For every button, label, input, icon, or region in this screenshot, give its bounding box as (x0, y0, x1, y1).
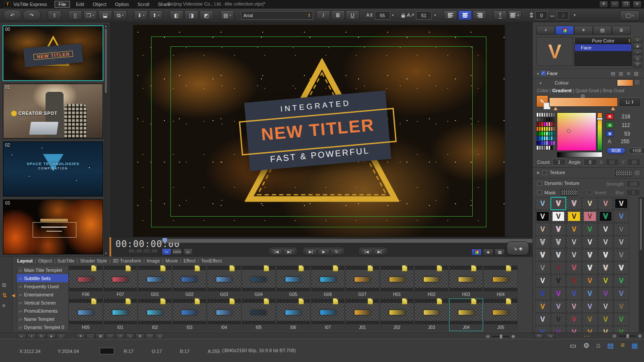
kerning-field[interactable]: 51 (416, 11, 431, 20)
style-preset[interactable]: V (582, 275, 598, 287)
clapper-save-button[interactable]: ◩ (200, 10, 213, 20)
template-item-h05[interactable]: H05 (69, 299, 103, 331)
colour-swatch[interactable] (617, 79, 633, 86)
menu-scroll[interactable]: Scroll (133, 1, 154, 8)
footer-action-2-button[interactable]: — (86, 333, 95, 339)
prev-frame-button[interactable]: |◀ (361, 248, 373, 255)
style-preset[interactable]: V (598, 197, 614, 210)
footer-tool-3-button[interactable]: ⇅ (37, 333, 46, 339)
align-center-button[interactable] (458, 10, 472, 20)
text-orientation-button[interactable]: T (493, 10, 507, 20)
palette-swatch[interactable] (553, 127, 556, 131)
template-item-g04[interactable]: G04 (242, 265, 276, 298)
style-preset[interactable]: V (551, 249, 566, 261)
new-document-button[interactable]: ▯ (68, 10, 82, 20)
face-tool-icon-1[interactable]: ▤ (611, 71, 615, 76)
color-style-tab[interactable] (555, 26, 574, 35)
publish-button[interactable]: ⇧ (48, 10, 61, 20)
style-preset[interactable]: V (551, 223, 566, 235)
template-item-h01[interactable]: H01 (380, 265, 414, 298)
style-preset[interactable]: V (535, 210, 550, 223)
minimize-icon[interactable]: — (611, 1, 619, 8)
line-format-button[interactable]: ▼ (508, 10, 522, 20)
template-item-h04[interactable]: H04 (483, 265, 518, 298)
style-preset[interactable]: V (582, 287, 598, 300)
eyedropper-icon[interactable]: ✎ (536, 95, 548, 107)
category-vertical-screen[interactable]: ▱Vertical Screen (17, 299, 68, 307)
template-item-g06[interactable]: G06 (311, 265, 345, 298)
style-preset[interactable]: V (582, 210, 598, 223)
menu-option[interactable]: Option (111, 1, 133, 8)
style-preset[interactable]: V (598, 210, 614, 223)
style-preset[interactable]: V (550, 197, 567, 210)
template-item-h03[interactable]: H03 (449, 265, 483, 298)
collapse-panel-icon[interactable]: ◀ (12, 293, 15, 298)
transform-mode-button[interactable]: ↘◈ (507, 241, 529, 255)
preset-tool-1-button[interactable]: ⇱ (535, 333, 544, 339)
style-preset[interactable]: V (566, 262, 582, 274)
count-field[interactable]: 1 (552, 159, 566, 166)
spacing-dropdown-icon[interactable]: ▼ (573, 13, 576, 17)
font-family-select[interactable]: Arial ▲▼ (241, 11, 313, 20)
style-preset[interactable]: V (535, 249, 550, 261)
close-icon[interactable]: ✕ (633, 1, 641, 8)
jump-start-button[interactable]: |◀ (270, 248, 283, 255)
footer-tool-2-button[interactable]: ▾ (27, 333, 36, 339)
grad-tab-color[interactable]: Color (537, 88, 548, 93)
palette-swatch[interactable] (553, 131, 556, 136)
style-preset[interactable]: V (598, 249, 614, 261)
preset-scrollbar[interactable] (639, 197, 644, 332)
category-dynamic-templet-0[interactable]: ▱Dynamic Templet 0 (17, 323, 68, 331)
style-preset[interactable]: V (566, 287, 582, 300)
category-frequently-used[interactable]: ▱Frequently Used (17, 282, 68, 290)
zoom-out-icon[interactable]: ⊖ (613, 333, 617, 339)
template-item-j05[interactable]: J05 (483, 299, 518, 331)
category-subtitle-sets[interactable]: ▱Subtitle Sets (17, 274, 68, 282)
style-preset[interactable]: V (598, 236, 614, 248)
template-item-g02[interactable]: G02 (173, 265, 207, 298)
template-item-i07[interactable]: I07 (311, 299, 345, 331)
style-preset[interactable]: V (614, 236, 629, 248)
style-preset[interactable]: V (535, 236, 550, 248)
restore-icon[interactable]: ❐ (622, 1, 630, 8)
jump-end-button[interactable]: ▶| (283, 248, 295, 255)
wrench-icon[interactable]: ⚙ (583, 341, 589, 350)
gradient-bar[interactable] (549, 97, 618, 107)
hsb-mode-button[interactable]: HSB (628, 148, 644, 154)
footer-tool-1-button[interactable]: ▸ (17, 333, 26, 339)
style-preset[interactable]: V (566, 249, 582, 261)
template-item-f06[interactable]: F06 (69, 265, 103, 298)
style-preset[interactable]: V (614, 262, 629, 274)
import-button[interactable]: ⬇▾ (134, 10, 148, 20)
x-field[interactable]: 62 (605, 159, 619, 166)
template-item-f07[interactable]: F07 (103, 265, 138, 298)
undo-button[interactable]: ↶ (3, 10, 21, 21)
style-preset[interactable]: V (551, 300, 566, 313)
color-swatch-palette[interactable] (536, 112, 555, 150)
colour-section-header[interactable]: ▼ Colour (539, 80, 568, 85)
style-preset[interactable]: V (614, 210, 629, 223)
template-item-j04[interactable]: J04 (449, 299, 483, 331)
face-tool-icon-4[interactable]: ▧ (634, 71, 638, 76)
gradient-type-select[interactable]: Li ▲▼ (619, 97, 641, 107)
style-preset[interactable]: V (551, 275, 566, 287)
style-preset[interactable]: V (582, 197, 598, 210)
style-preset[interactable]: V (614, 300, 629, 313)
style-preset[interactable]: V (614, 313, 629, 326)
collapse-face-icon[interactable]: ▼ (536, 72, 540, 76)
category-entertainment[interactable]: ▱Entertainment (17, 290, 68, 299)
face-section-header[interactable]: ▼ Face (536, 71, 558, 76)
gradient-mid-handle[interactable] (581, 94, 585, 98)
slide-thumbnail-00[interactable]: 00·····NEW TITLER····· (3, 26, 103, 81)
style-preset[interactable]: V (535, 300, 550, 313)
texture-swatch[interactable] (615, 170, 632, 176)
style-preset[interactable]: V (566, 197, 582, 210)
grayscale-slider[interactable] (557, 152, 602, 157)
save-all-button[interactable]: ⧉▾ (113, 10, 127, 20)
template-item-i06[interactable]: I06 (276, 299, 310, 331)
template-item-j01[interactable]: J01 (345, 299, 380, 331)
footer-action-1-button[interactable]: ✚ (76, 333, 85, 339)
tab-3d-transform[interactable]: 3D Transform (112, 258, 141, 263)
color-mode-button[interactable] (471, 249, 482, 256)
palette-swatch[interactable] (553, 136, 556, 141)
